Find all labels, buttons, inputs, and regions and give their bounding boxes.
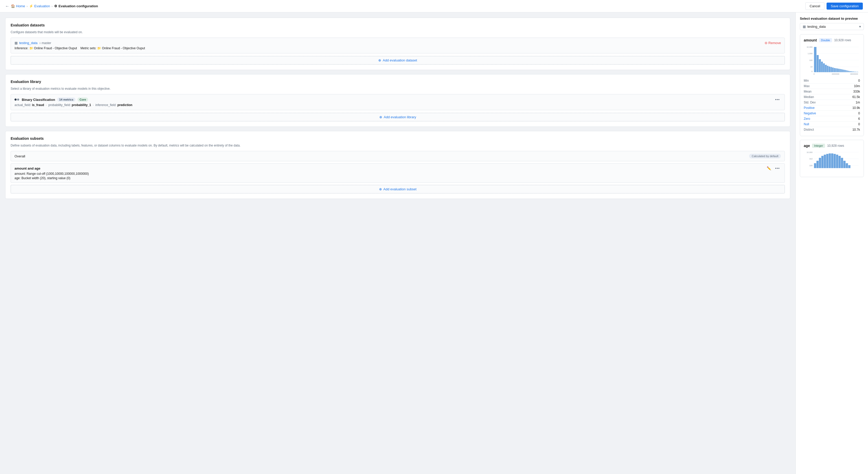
inference-field-value: prediction bbox=[117, 103, 132, 107]
negative-link[interactable]: Negative bbox=[804, 112, 816, 115]
svg-rect-53 bbox=[814, 163, 816, 168]
svg-rect-58 bbox=[826, 154, 828, 168]
library-fields: actual_field: is_fraud · probability_fie… bbox=[14, 103, 781, 107]
amount-label: amount: bbox=[14, 172, 26, 176]
stats-row-median: Median 61.5k bbox=[804, 94, 860, 100]
svg-text:4000000: 4000000 bbox=[832, 73, 839, 75]
remove-button[interactable]: ⊖ Remove bbox=[765, 41, 781, 45]
add-dataset-button[interactable]: ⊕ Add evaluation dataset bbox=[11, 56, 785, 65]
subset-dot2 bbox=[777, 168, 778, 169]
age-value: Bucket width (20), starting value (0) bbox=[22, 176, 70, 180]
subset-item-header: amount and age ✏️ bbox=[14, 166, 781, 170]
edit-icon[interactable]: ✏️ bbox=[767, 166, 771, 170]
svg-rect-57 bbox=[824, 154, 826, 168]
svg-rect-32 bbox=[849, 71, 849, 72]
select-dataset-icon: ▦ bbox=[803, 25, 806, 29]
remove-label: Remove bbox=[769, 41, 781, 45]
more-dot2 bbox=[777, 99, 778, 100]
core-badge: Core bbox=[78, 97, 88, 102]
svg-rect-40 bbox=[856, 71, 856, 72]
evaluation-link[interactable]: ⚡ Evaluation bbox=[29, 4, 50, 8]
cancel-button[interactable]: Cancel bbox=[805, 2, 825, 10]
library-desc: Select a library of evaluation metrics t… bbox=[11, 87, 785, 90]
subset-name: amount and age bbox=[14, 167, 40, 170]
inference-folder-icon: 📁 bbox=[29, 47, 34, 50]
subsets-title: Evaluation subsets bbox=[11, 137, 785, 141]
svg-rect-38 bbox=[854, 71, 855, 72]
age-card-header: age Integer 10,928 rows bbox=[804, 144, 860, 148]
svg-rect-64 bbox=[841, 158, 843, 168]
stats-row-positive: Positive 10.9k bbox=[804, 105, 860, 111]
positive-link[interactable]: Positive bbox=[804, 106, 815, 110]
evaluation-datasets-card: Evaluation datasets Configure datasets t… bbox=[5, 18, 790, 70]
svg-rect-67 bbox=[848, 165, 850, 168]
amount-detail: amount: Range cut-off (1000,10000,100000… bbox=[14, 172, 781, 176]
back-button[interactable]: ← bbox=[5, 4, 9, 8]
library-item: Binary Classification 14 metrics Core ac… bbox=[11, 94, 785, 110]
add-subset-button[interactable]: ⊕ Add evaluation subset bbox=[11, 185, 785, 194]
svg-rect-24 bbox=[840, 69, 841, 72]
branch-label: master bbox=[42, 41, 51, 45]
svg-rect-13 bbox=[821, 62, 823, 72]
svg-rect-14 bbox=[823, 63, 825, 72]
svg-rect-15 bbox=[825, 65, 827, 72]
plus-circle-icon3: ⊕ bbox=[379, 187, 382, 191]
home-icon: 🏠 bbox=[11, 4, 15, 8]
age-type-badge: Integer bbox=[812, 144, 825, 148]
eval-icon: ⚡ bbox=[29, 4, 33, 8]
prob-field-label: probability_field: bbox=[49, 103, 71, 107]
datasets-title: Evaluation datasets bbox=[11, 23, 785, 27]
age-label: age: bbox=[14, 176, 21, 180]
nav-actions: Cancel Save configuration bbox=[805, 2, 863, 10]
svg-rect-42 bbox=[857, 71, 858, 72]
svg-rect-16 bbox=[827, 66, 829, 72]
null-link[interactable]: Null bbox=[804, 122, 809, 126]
stats-row-mean: Mean 333k bbox=[804, 89, 860, 94]
save-button[interactable]: Save configuration bbox=[827, 3, 863, 9]
age-rows: 10,928 rows bbox=[827, 144, 844, 148]
subset-dot3 bbox=[778, 168, 779, 169]
zero-link[interactable]: Zero bbox=[804, 117, 810, 121]
dataset-meta: Inference: 📁 Online Fraud - Objective Ou… bbox=[14, 47, 781, 50]
svg-text:310: 310 bbox=[809, 158, 812, 160]
sep2: › bbox=[52, 5, 53, 8]
plus-circle-icon: ⊕ bbox=[378, 58, 381, 62]
svg-rect-36 bbox=[853, 71, 853, 72]
amount-stat-card: amount Double 10,928 rows 10,000 1,000 1… bbox=[800, 34, 864, 136]
library-item-name: Binary Classification 14 metrics Core bbox=[14, 97, 88, 102]
evaluation-library-card: Evaluation library Select a library of e… bbox=[5, 74, 790, 127]
zero-value: 6 bbox=[858, 117, 860, 121]
right-panel: Select evaluation dataset to preview ▦ t… bbox=[796, 12, 868, 474]
svg-rect-18 bbox=[831, 67, 832, 72]
distinct-label: Distinct bbox=[804, 128, 814, 131]
svg-rect-55 bbox=[819, 158, 821, 168]
stats-row-stddev: Std. Dev 1m bbox=[804, 100, 860, 105]
svg-rect-63 bbox=[838, 156, 840, 168]
subset-more-button[interactable] bbox=[774, 167, 781, 169]
dataset-link[interactable]: testing_data bbox=[19, 41, 37, 45]
svg-rect-59 bbox=[829, 153, 831, 168]
amount-card-header: amount Double 10,928 rows bbox=[804, 38, 860, 42]
evaluation-label: Evaluation bbox=[34, 4, 50, 8]
age-histogram-svg: 10,000 310 100 bbox=[804, 150, 860, 171]
library-item-header: Binary Classification 14 metrics Core bbox=[14, 97, 781, 102]
amount-histogram: 10,000 1,000 100 10 0 bbox=[804, 45, 860, 76]
amount-card-title: amount bbox=[804, 38, 817, 42]
svg-rect-56 bbox=[822, 156, 824, 168]
svg-rect-62 bbox=[836, 154, 838, 168]
datasets-desc: Configure datasets that models will be e… bbox=[11, 30, 785, 34]
svg-rect-35 bbox=[852, 71, 852, 72]
svg-text:8000000: 8000000 bbox=[850, 73, 858, 75]
stddev-value: 1m bbox=[856, 100, 860, 104]
stats-row-min: Min 0 bbox=[804, 78, 860, 84]
stddev-label: Std. Dev bbox=[804, 100, 816, 104]
home-label: Home bbox=[16, 4, 25, 8]
median-value: 61.5k bbox=[852, 95, 860, 99]
max-label: Max bbox=[804, 84, 810, 88]
library-more-button[interactable] bbox=[774, 98, 781, 100]
home-link[interactable]: 🏠 Home bbox=[11, 4, 25, 8]
selected-dataset-label: testing_data bbox=[807, 25, 826, 29]
dataset-select[interactable]: ▦ testing_data ▾ bbox=[800, 23, 864, 30]
add-library-button[interactable]: ⊕ Add evaluation library bbox=[11, 113, 785, 121]
amount-histogram-svg: 10,000 1,000 100 10 0 bbox=[804, 45, 860, 76]
